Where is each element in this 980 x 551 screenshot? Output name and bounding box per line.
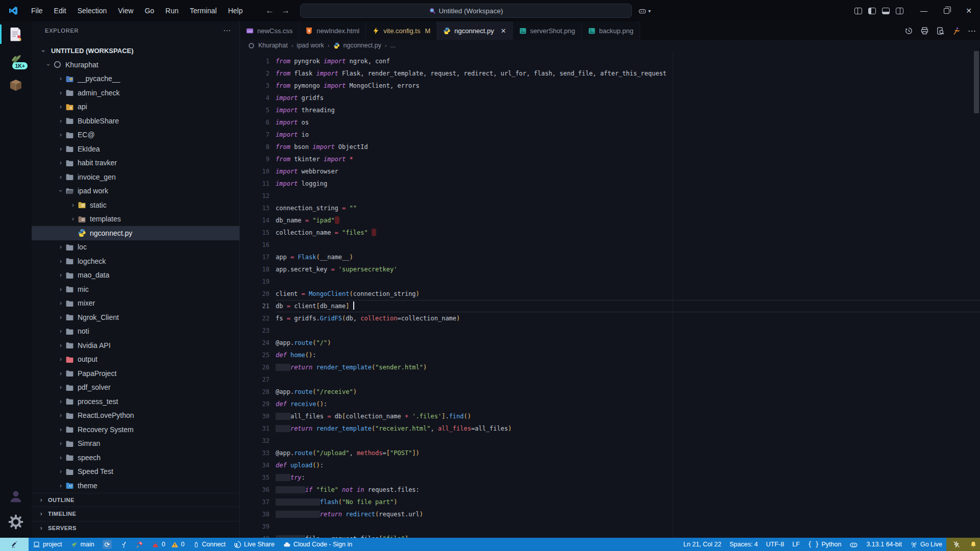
code-line[interactable]: 23 — [240, 324, 980, 337]
code-line[interactable]: 25def home(): — [240, 349, 980, 361]
tree-item-ipad-work[interactable]: ›ipad work — [32, 184, 239, 198]
tree-item-api[interactable]: ›#api — [32, 100, 239, 114]
code-line[interactable]: 22fs = gridfs.GridFS(db, collection=coll… — [240, 312, 980, 324]
tree-item-process-test[interactable]: ›process_test — [32, 394, 239, 409]
remote-indicator[interactable] — [0, 538, 29, 551]
ellipsis-icon[interactable]: ⋯ — [968, 26, 976, 36]
print-icon[interactable] — [920, 27, 929, 35]
toggle-panel-icon[interactable] — [882, 8, 890, 14]
menu-selection[interactable]: Selection — [72, 4, 113, 18]
code-line[interactable]: 6import os — [240, 116, 980, 129]
menu-terminal[interactable]: Terminal — [184, 4, 223, 18]
code-line[interactable]: 17app = Flask(__name__) — [240, 251, 980, 263]
section-timeline[interactable]: ›TIMELINE — [32, 507, 239, 521]
ellipsis-icon[interactable]: ⋯ — [223, 26, 231, 35]
code-line[interactable]: 5import threading — [240, 104, 980, 116]
code-line[interactable]: 30 all_files = db[collection_name + '.fi… — [240, 410, 980, 422]
menu-go[interactable]: Go — [139, 4, 160, 18]
breadcrumb-item[interactable]: ... — [390, 42, 396, 49]
search-document-icon[interactable] — [936, 27, 945, 35]
code-runner-icon[interactable] — [952, 27, 961, 35]
tree-item-pdf-solver[interactable]: ›pdf_solver — [32, 381, 239, 395]
code-line[interactable]: 37 flash("No file part") — [240, 496, 980, 508]
activity-extensions[interactable] — [0, 72, 32, 98]
status-encoding[interactable]: UTF-8 — [762, 538, 788, 551]
code-line[interactable]: 8from bson import ObjectId — [240, 141, 980, 153]
tree-item-ngconnect-py[interactable]: ngconnect.py — [32, 226, 239, 240]
status-python-interpreter[interactable]: 3.13.1 64-bit — [862, 538, 906, 551]
restore-icon[interactable] — [935, 0, 958, 21]
code-line[interactable]: 27 — [240, 373, 980, 386]
tree-item-bubbleshare[interactable]: ›BubbleShare — [32, 114, 239, 128]
status-indentation[interactable]: Spaces: 4 — [725, 538, 762, 551]
toggle-sidebar-left-icon[interactable] — [868, 8, 876, 14]
code-line[interactable]: 19 — [240, 276, 980, 288]
workspace-root[interactable]: › UNTITLED (WORKSPACE) — [32, 44, 239, 58]
code-line[interactable]: 1from pyngrok import ngrok, conf — [240, 55, 980, 67]
status-vine[interactable] — [116, 538, 132, 551]
close-icon[interactable]: ✕ — [958, 0, 980, 21]
tree-item-logcheck[interactable]: ›logcheck — [32, 254, 239, 268]
status-sync[interactable]: ⟳ — [99, 538, 116, 551]
activity-account[interactable] — [0, 484, 32, 509]
tree-item-noti[interactable]: ›noti — [32, 324, 239, 339]
code-line[interactable]: 35 try: — [240, 471, 980, 484]
breadcrumb-item[interactable]: Khuraphat — [258, 42, 288, 49]
code-line[interactable]: 3from pymongo import MongoClient, errors — [240, 80, 980, 92]
forward-arrow-icon[interactable]: → — [281, 6, 290, 16]
status-cursor-position[interactable]: Ln 21, Col 22 — [679, 538, 725, 551]
tree-item-ngrok-client[interactable]: ›Ngrok_Client — [32, 310, 239, 324]
code-line[interactable]: 2from flask import Flask, render_templat… — [240, 67, 980, 80]
tree-item-invoice-gen[interactable]: ›invoice_gen — [32, 170, 239, 184]
command-center-search[interactable]: Untitled (Workspace) — [300, 4, 632, 18]
status-live-share[interactable]: Live Share — [230, 538, 279, 551]
activity-source-control[interactable]: 1K+ — [0, 47, 32, 72]
tree-item-theme[interactable]: ›theme — [32, 479, 239, 493]
tab-viteconfig[interactable]: vite.config.ts M — [366, 21, 437, 40]
tree-item-papaproject[interactable]: ›PapaProject — [32, 366, 239, 381]
menu-file[interactable]: File — [26, 4, 48, 18]
status-project[interactable]: project — [29, 538, 66, 551]
status-eol[interactable]: LF — [788, 538, 804, 551]
status-cloud-code[interactable]: Cloud Code - Sign in — [279, 538, 356, 551]
code-line[interactable]: 24@app.route("/") — [240, 337, 980, 349]
code-line[interactable]: 9from tkinter import * — [240, 153, 980, 165]
code-line[interactable]: 10import webbrowser — [240, 165, 980, 178]
tab-servershot[interactable]: serverShot.png — [513, 21, 582, 40]
tree-item-mao-data[interactable]: ›mao_data — [32, 268, 239, 283]
status-problems[interactable]: 0 0 — [148, 538, 189, 551]
code-line[interactable]: 34def upload(): — [240, 459, 980, 471]
tab-ngconnect[interactable]: ngconnect.py ✕ — [437, 21, 512, 40]
tree-item-admin-check[interactable]: ›admin_check — [32, 86, 239, 100]
tree-item-templates[interactable]: ›templates — [32, 212, 239, 227]
toggle-sidebar-right-icon[interactable] — [896, 8, 903, 14]
editor-scrollbar[interactable] — [974, 51, 979, 113]
tree-item-static[interactable]: ›static — [32, 198, 239, 212]
tree-item-habit-travker[interactable]: ›habit travker — [32, 156, 239, 170]
close-icon[interactable]: ✕ — [501, 27, 506, 35]
code-line[interactable]: 7import io — [240, 129, 980, 141]
breadcrumb-item[interactable]: ngconnect.py — [344, 42, 381, 49]
tab-newindex[interactable]: 5 newIndex.html — [299, 21, 366, 40]
code-line[interactable]: 40 file = request.files["file"] — [240, 533, 980, 538]
tree-item-output[interactable]: ›output — [32, 353, 239, 367]
tree-item-khuraphat[interactable]: ›Khuraphat — [32, 58, 239, 72]
activity-explorer[interactable] — [0, 21, 32, 47]
code-line[interactable]: 16 — [240, 239, 980, 251]
tree-item-speed-test[interactable]: ›Speed Test — [32, 465, 239, 479]
tree-item-mixer[interactable]: ›mixer — [32, 296, 239, 311]
menu-edit[interactable]: Edit — [48, 4, 72, 18]
back-arrow-icon[interactable]: ← — [265, 6, 274, 16]
code-line[interactable]: 12 — [240, 190, 980, 202]
code-line[interactable]: 21db = client[db_name] — [240, 300, 980, 312]
code-line[interactable]: 14db_name = "ipad" — [240, 214, 980, 227]
status-rocket[interactable] — [132, 538, 148, 551]
code-line[interactable]: 31 return render_template("receiver.html… — [240, 422, 980, 435]
code-line[interactable]: 15collection_name = "files" — [240, 227, 980, 239]
activity-settings[interactable] — [0, 509, 32, 535]
tree-item-recovery-system[interactable]: ›Recovery System — [32, 422, 239, 437]
tree-item-loc[interactable]: ›loc — [32, 240, 239, 255]
code-line[interactable]: 4import gridfs — [240, 92, 980, 104]
section-outline[interactable]: ›OUTLINE — [32, 493, 239, 507]
code-line[interactable]: 13connection_string = "" — [240, 202, 980, 214]
